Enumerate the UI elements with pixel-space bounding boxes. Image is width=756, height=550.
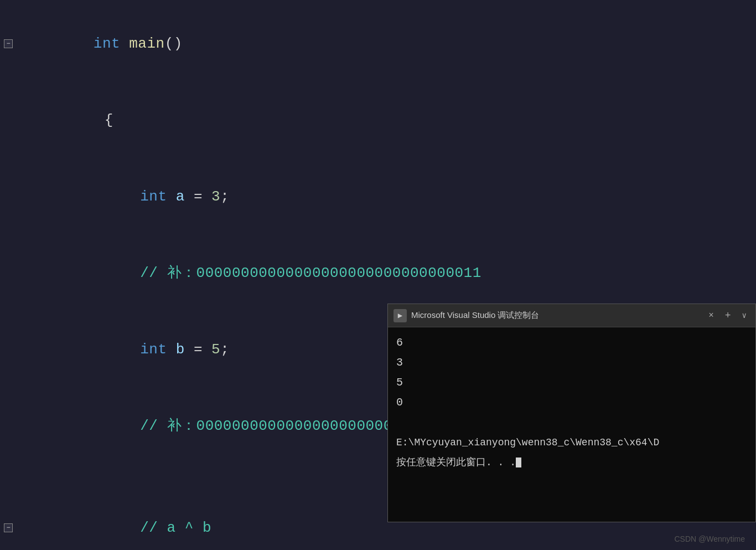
fold-btn-xor[interactable]: − — [0, 523, 17, 532]
fold-btn-main[interactable]: − — [0, 39, 17, 48]
terminal-chevron-button[interactable]: ∨ — [739, 310, 750, 321]
line-content-brace-open: { — [28, 82, 113, 158]
terminal-output-3: 3 — [396, 353, 747, 373]
line-content-xor-comment: // a ^ b — [28, 490, 211, 550]
terminal-body: 6 3 5 0 E:\MYcyuyan_xianyong\wenn38_c\We… — [388, 327, 755, 522]
terminal-title: Microsoft Visual Studio 调试控制台 — [411, 310, 695, 321]
terminal-titlebar: ▶ Microsoft Visual Studio 调试控制台 × + ∨ — [388, 304, 755, 327]
editor-container: − int main() { int a = 3; — [0, 0, 756, 550]
line-content-comment-a: // 补：00000000000000000000000000000011 — [28, 235, 481, 311]
line-content-blank1 — [28, 464, 42, 490]
line-int-a: int a = 3; — [0, 158, 756, 235]
line-1: − int main() — [0, 6, 756, 82]
terminal-plus-button[interactable]: + — [722, 309, 734, 322]
terminal-icon: ▶ — [393, 309, 407, 322]
terminal-output-0: 0 — [396, 393, 747, 413]
terminal-prompt: 按任意键关闭此窗口. . . — [396, 453, 747, 472]
line-comment-a: // 补：00000000000000000000000000000011 — [0, 235, 756, 311]
terminal-output-5: 5 — [396, 373, 747, 393]
keyword-int: int — [94, 35, 120, 52]
line-brace-open: { — [0, 82, 756, 158]
line-content-int-b: int b = 5; — [28, 311, 229, 388]
fn-main: main — [129, 35, 164, 52]
terminal-close-button[interactable]: × — [705, 310, 717, 322]
terminal-output-6: 6 — [396, 333, 747, 353]
terminal-window: ▶ Microsoft Visual Studio 调试控制台 × + ∨ 6 … — [387, 304, 756, 522]
collapse-icon-xor[interactable]: − — [4, 523, 13, 532]
line-content-main: int main() — [17, 6, 183, 82]
terminal-path: E:\MYcyuyan_xianyong\wenn38_c\Wenn38_c\x… — [396, 433, 747, 453]
terminal-output-blank — [396, 413, 747, 433]
collapse-icon-main[interactable]: − — [4, 39, 13, 48]
line-content-int-a: int a = 3; — [28, 158, 229, 235]
terminal-cursor — [516, 458, 521, 467]
watermark: CSDN @Wennytime — [674, 534, 745, 543]
